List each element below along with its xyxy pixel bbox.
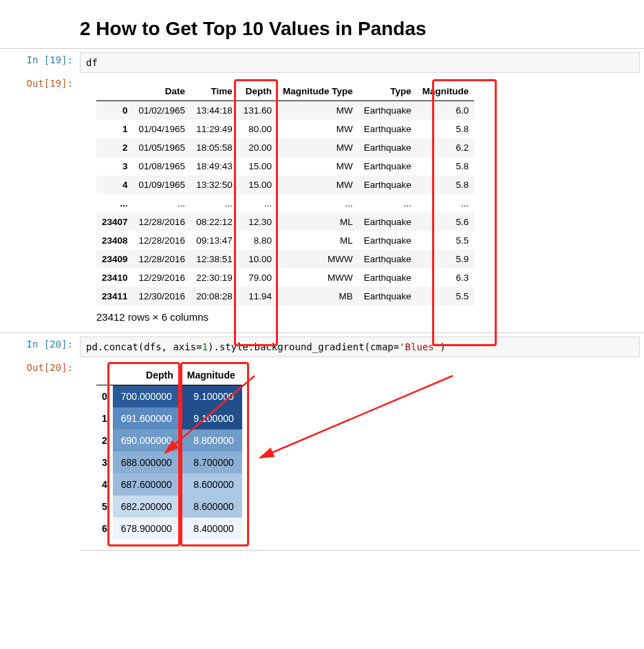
cell: 8.600000 [180,474,242,496]
cell: Earthquake [358,175,417,194]
cell: 5.6 [417,213,475,231]
cell: 01/08/1965 [133,157,191,175]
cell: 15.00 [238,157,277,175]
cell: 9.100000 [180,385,242,408]
cell: Earthquake [358,157,417,175]
col-header: Magnitude Type [277,82,358,101]
dataframe-table: DateTimeDepthMagnitude TypeTypeMagnitude… [96,82,474,306]
col-header: Magnitude [180,365,242,385]
table-row: 2341112/30/201620:08:2811.94MBEarthquake… [96,287,474,306]
cell: MW [277,138,358,157]
cell: 15.00 [238,175,277,194]
cell: 12.30 [238,213,277,231]
cell: 01/04/1965 [133,120,191,138]
col-header: Type [358,82,417,101]
cell: 678.900000 [113,518,180,540]
cell: 5.5 [417,231,475,250]
cell: Earthquake [358,213,417,231]
cell: 12/28/2016 [133,231,191,250]
table-row: 4687.6000008.600000 [96,474,242,496]
col-header: Date [133,82,191,101]
cell: Earthquake [358,231,417,250]
cell-19: In [19]: Out[19]: df DateTimeDepthMagnit… [0,48,644,332]
cell: MW [277,157,358,175]
cell: 09:13:47 [191,231,238,250]
shape-note: 23412 rows × 6 columns [96,306,474,326]
cell: 5.5 [417,287,475,306]
col-header: Depth [113,365,180,385]
table-row: 301/08/196518:49:4315.00MWEarthquake5.8 [96,157,474,175]
cell: 20:08:28 [191,287,238,306]
cell: 6.0 [417,101,475,120]
in-prompt: In [19]: [0,54,73,65]
table-row: 101/04/196511:29:4980.00MWEarthquake5.8 [96,120,474,138]
cell: 12/28/2016 [133,250,191,268]
cell: ... [358,194,417,213]
table-row: 5682.2000008.600000 [96,496,242,518]
cell: 8.400000 [180,518,242,540]
cell: 700.000000 [113,385,180,408]
cell: ... [277,194,358,213]
table-row: 1691.6000009.100000 [96,407,242,429]
cell: 08:22:12 [191,213,238,231]
cell: 690.000000 [113,429,180,451]
cell: MWW [277,268,358,287]
cell: 13:32:50 [191,175,238,194]
cell: 8.80 [238,231,277,250]
table-row: 0700.0000009.100000 [96,385,242,408]
cell: Earthquake [358,138,417,157]
out-prompt: Out[20]: [0,362,73,373]
col-header [96,365,113,385]
code-input[interactable]: df [80,52,640,73]
table-row: 001/02/196513:44:18131.60MWEarthquake6.0 [96,101,474,120]
cell: 20.00 [238,138,277,157]
cell: Earthquake [358,250,417,268]
cell: 682.200000 [113,496,180,518]
cell: 01/05/1965 [133,138,191,157]
section-heading: 2 How to Get Top 10 Values in Pandas [0,0,644,48]
cell: MW [277,175,358,194]
cell: 80.00 [238,120,277,138]
in-prompt: In [20]: [0,339,73,350]
col-header: Time [191,82,238,101]
cell: 22:30:19 [191,268,238,287]
out-prompt: Out[19]: [0,78,73,89]
cell: 6.3 [417,268,475,287]
cell: 688.000000 [113,451,180,474]
cell: ML [277,213,358,231]
cell: 5.8 [417,175,475,194]
cell: 10.00 [238,250,277,268]
table-row: 2341012/29/201622:30:1979.00MWWEarthquak… [96,268,474,287]
gradient-table: DepthMagnitude0700.0000009.1000001691.60… [96,365,242,540]
cell: 5.8 [417,120,475,138]
cell: 687.600000 [113,474,180,496]
table-row: 6678.9000008.400000 [96,518,242,540]
cell: 18:49:43 [191,157,238,175]
table-row: 2690.0000008.800000 [96,429,242,451]
cell: Earthquake [358,287,417,306]
cell: ... [191,194,238,213]
cell: ... [133,194,191,213]
cell: MWW [277,250,358,268]
cell: 12/28/2016 [133,213,191,231]
col-header: Magnitude [417,82,475,101]
styler-output: DepthMagnitude0700.0000009.1000001691.60… [80,365,242,540]
table-row: 2340812/28/201609:13:478.80MLEarthquake5… [96,231,474,250]
table-row: ..................... [96,194,474,213]
cell: MB [277,287,358,306]
table-row: 3688.0000008.700000 [96,451,242,474]
code-input[interactable]: pd.concat(dfs, axis=1).style.background_… [80,337,640,357]
cell: ... [238,194,277,213]
cell: 8.800000 [180,429,242,451]
cell: 11.94 [238,287,277,306]
table-row: 401/09/196513:32:5015.00MWEarthquake5.8 [96,175,474,194]
cell: Earthquake [358,101,417,120]
cell: 11:29:49 [191,120,238,138]
dataframe-output: DateTimeDepthMagnitude TypeTypeMagnitude… [80,76,474,332]
cell: ML [277,231,358,250]
cell: 12/29/2016 [133,268,191,287]
cell-20: In [20]: Out[20]: pd.concat(dfs, axis=1)… [0,332,644,551]
cell: 131.60 [238,101,277,120]
table-row: 201/05/196518:05:5820.00MWEarthquake6.2 [96,138,474,157]
table-row: 2340912/28/201612:38:5110.00MWWEarthquak… [96,250,474,268]
